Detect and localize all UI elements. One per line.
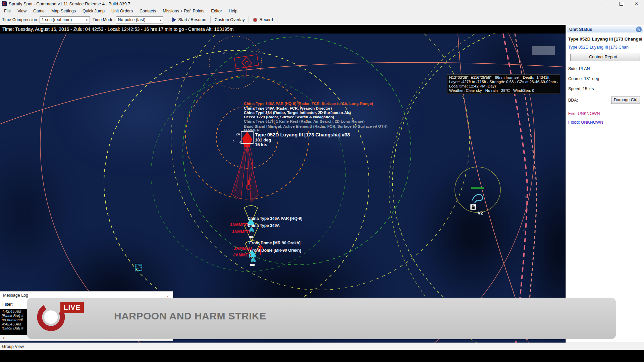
message-log-entries[interactable]: 4:42:45 AM [Black Bat] # no outstandi 4:… xyxy=(0,309,28,336)
play-icon xyxy=(172,17,176,22)
menu-bar: File View Game Map Settings Quick Jump U… xyxy=(0,7,644,15)
unit-course-row: Course: 181 deg xyxy=(568,76,644,81)
unit-marker xyxy=(250,264,255,266)
tooltip-line: Local time: 12:42 PM (Day) xyxy=(449,84,558,88)
sensor-line: Decca 1229 (Radar, Surface Search & Navi… xyxy=(244,115,334,119)
sensor-line: China Type 349A (Radar, FCR, Weapon Dire… xyxy=(244,106,332,110)
tooltip-line: Weather: Clear sky - No rain - 25°C - Wi… xyxy=(449,88,558,93)
nav-cross-mark: × xyxy=(524,194,527,199)
contact-report-button[interactable]: Contact Report... xyxy=(570,54,640,61)
nav-cross-mark: × xyxy=(222,51,225,56)
unit-side-row: Side: PLAN xyxy=(568,66,644,71)
time-compression-label: Time Compression: xyxy=(2,17,38,22)
time-mode-label: Time Mode: xyxy=(93,17,115,22)
aircraft-track-icon[interactable] xyxy=(472,194,483,203)
menu-item-contacts[interactable]: Contacts xyxy=(136,7,159,15)
status-bar-green xyxy=(471,187,484,189)
title-bar: C Spratly Spat - Command v1.11 Service R… xyxy=(0,0,644,7)
depth-mark: 24 xyxy=(236,132,240,136)
menu-item-unit-orders[interactable]: Unit Orders xyxy=(108,7,136,15)
start-resume-button[interactable]: Start / Resume xyxy=(170,17,208,22)
unit-database-link[interactable]: Type 052D Luyang III [173 Chan xyxy=(568,45,642,50)
time-compression-select[interactable]: 1 sec (real-time) ∨ xyxy=(40,16,90,23)
close-button[interactable]: ✕ xyxy=(629,0,644,7)
log-entry: [Black Bat] # xyxy=(2,326,28,330)
map-cursor-tooltip: N12°03'38", E116°25'58" - 96nm from sel … xyxy=(447,74,560,94)
range-ring-yellow xyxy=(171,34,470,290)
time-compression-value: 1 sec (real-time) xyxy=(42,17,72,22)
window-title: Spratly Spat - Command v1.11 Service Rel… xyxy=(9,1,130,6)
time-mode-select[interactable]: No-pulse (fast) ∨ xyxy=(116,16,163,23)
message-log-title: Message Log xyxy=(3,293,28,298)
toolbar-separator xyxy=(168,16,168,23)
window-controls: ✕ xyxy=(599,0,644,7)
menu-item-file[interactable]: File xyxy=(1,7,14,15)
hostile-contact-dot xyxy=(246,61,248,64)
sensor-wedge-red xyxy=(231,144,247,199)
menu-item-game[interactable]: Game xyxy=(30,7,48,15)
sensor-line: Band Stand [Mineral, Active Element] (Ra… xyxy=(244,124,388,128)
nav-cross-mark: × xyxy=(523,228,525,233)
menu-item-help[interactable]: Help xyxy=(225,7,241,15)
custom-overlay-label: Custom Overlay xyxy=(215,17,245,22)
ship-sensor-label: China Type 346A PAR [HQ-9] xyxy=(248,216,302,221)
record-button[interactable]: Record xyxy=(251,17,275,22)
toolbar-separator xyxy=(249,16,249,23)
collapse-panel-icon[interactable] xyxy=(636,26,642,32)
maximize-button[interactable] xyxy=(614,0,629,7)
unit-status-header-label: Unit Status xyxy=(569,27,592,32)
maximize-icon xyxy=(620,2,623,6)
flood-status: Flood: UNKNOWN xyxy=(568,120,644,125)
minimize-icon xyxy=(605,4,608,4)
unit-status-header[interactable]: Unit Status xyxy=(567,26,643,33)
unit-status-panel: Unit Status Type 052D Luyang III [173 Ch… xyxy=(566,25,644,343)
menu-item-quick-jump[interactable]: Quick Jump xyxy=(79,7,108,15)
toolbar: Time Compression: 1 sec (real-time) ∨ Ti… xyxy=(0,15,644,25)
toolbar-separator xyxy=(277,16,277,23)
unit-marker xyxy=(249,236,253,238)
depth-mark: 2 xyxy=(232,140,234,144)
sensor-line-jammer: JAMMER xyxy=(243,128,260,132)
log-entry: 4:42:45 AM xyxy=(2,322,28,326)
tooltip-line: Layer: -427ft to -715ft - Strength: 0.63… xyxy=(449,80,558,84)
reference-point-icon[interactable] xyxy=(470,204,476,210)
live-badge: LIVE xyxy=(60,302,84,313)
selected-unit-course-label: 181 deg xyxy=(255,137,271,142)
sensor-line: China Type 517H-1 Knife Rest (Radar, Air… xyxy=(244,119,365,123)
chevron-down-icon: ∨ xyxy=(157,18,162,21)
app-icon: C xyxy=(2,1,7,6)
ship-sensor-label: Front Dome [MR-90 Orekh] xyxy=(249,241,301,245)
time-mode-value: No-pulse (fast) xyxy=(118,17,145,22)
bottom-status-bar: Group View xyxy=(0,343,644,350)
toolbar-separator xyxy=(210,16,211,23)
range-ring-olive-small xyxy=(455,167,500,213)
ship-sensor-label: China Type 349A xyxy=(248,223,280,228)
minimize-button[interactable] xyxy=(599,0,614,7)
unit-speed-row: Speed: 15 kts xyxy=(568,86,644,91)
fire-status: Fire: UNKNOWN xyxy=(568,111,644,116)
selected-unit-name-label: Type 052D Luyang III [173 Changsha] #38 xyxy=(255,132,350,137)
menu-item-map-settings[interactable]: Map Settings xyxy=(48,7,79,15)
menu-item-missions-ref-points[interactable]: Missions + Ref. Points xyxy=(159,7,208,15)
scroll-left-icon[interactable]: ‹ xyxy=(3,336,4,340)
unit-title: Type 052D Luyang III [173 Changsh xyxy=(568,37,642,42)
ship-sensor-label: Front Dome [MR-90 Orekh] xyxy=(250,248,301,253)
map-overlay-artifact xyxy=(532,46,555,55)
chevron-down-icon: ∨ xyxy=(83,18,88,21)
chevron-down-icon[interactable]: ⌄ xyxy=(166,293,169,298)
menu-item-editor[interactable]: Editor xyxy=(208,7,225,15)
custom-overlay-button[interactable]: Custom Overlay xyxy=(213,17,247,22)
range-ring-green xyxy=(183,37,411,265)
sensor-line: China Type 364 (Radar, Target Indicator,… xyxy=(244,111,351,115)
start-resume-label: Start / Resume xyxy=(178,17,206,22)
bottom-black-band xyxy=(0,350,644,362)
depth-mark: 4 xyxy=(239,140,241,144)
damage-ctrl-button[interactable]: Damage Ctrl xyxy=(611,97,640,104)
reference-point-label: V2 xyxy=(478,210,483,216)
jammed-label: JAMMED xyxy=(230,223,248,227)
contact-range-ring xyxy=(209,36,262,88)
menu-item-view[interactable]: View xyxy=(14,7,30,15)
live-news-banner: LIVE HARPOON AND HARM STRIKE xyxy=(27,298,616,339)
close-icon: ✕ xyxy=(635,1,638,6)
log-entry: [Black Bat] # xyxy=(2,314,28,318)
